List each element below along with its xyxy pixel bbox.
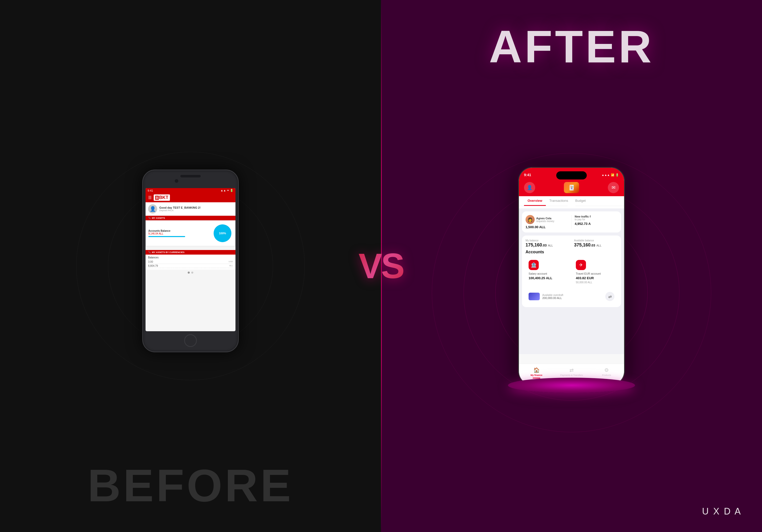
new-top-nav: 👤 🃏 ✉ <box>519 180 624 196</box>
travel-name: Travel EUR account <box>576 272 614 275</box>
credit-card-visual <box>529 293 540 300</box>
spacer <box>146 246 235 250</box>
new-phone: 9:41 ▲▲▲ 📶 🔋 👤 🃏 ✉ <box>518 167 625 385</box>
account-salary[interactable]: 🏦 Salary account 100,400.25 ALL <box>525 257 570 287</box>
salary-name: Salary account <box>529 272 567 275</box>
accounts-title: Accounts <box>525 250 618 254</box>
card-icon: 🃏 <box>569 184 575 191</box>
travel-icon: ✈ <box>576 260 586 270</box>
request-1-top: 👩 Agnes Cela requests money <box>525 215 569 224</box>
overdraft-amount: 200,000.00 ALL <box>542 297 603 299</box>
all-amount: 8,804.79 <box>148 264 158 267</box>
old-phone: 9:41 ▲▲ ✦ 🔋 ☰ B BKT 👤 Good day TEST E_BA… <box>142 169 239 352</box>
accounts-grid: 🏦 Salary account 100,400.25 ALL ✈ Travel… <box>525 257 618 287</box>
assets-card: Accounts Balance 9,146.04 ALL 100% <box>146 220 235 246</box>
nav-my-finance[interactable]: 🏠 My finance <box>519 366 554 379</box>
before-panel: 9:41 ▲▲ ✦ 🔋 ☰ B BKT 👤 Good day TEST E_BA… <box>0 0 381 532</box>
currencies-title: MY ASSETS BY CURRENCIES <box>152 251 185 254</box>
products-icon: ⚙ <box>604 367 609 373</box>
usd-amount: 3.00 <box>148 260 153 263</box>
request-1-amount: 1,500.00 ALL <box>525 225 569 229</box>
transfer-icon[interactable]: ⇄ <box>605 292 614 301</box>
page-dots <box>146 270 235 276</box>
request-1-name: Agnes Cela <box>536 217 554 220</box>
payments-icon: ⇄ <box>570 367 574 373</box>
overdraft-card[interactable]: Available overdraft 200,000.00 ALL ⇄ <box>525 289 618 303</box>
balance-all-row: 8,804.79 ALL <box>148 264 233 268</box>
new-status-time: 9:41 <box>524 173 531 177</box>
status-time: 9:41 <box>148 189 153 192</box>
svg-text:100%: 100% <box>219 232 226 235</box>
tab-budget[interactable]: Budget <box>572 196 589 206</box>
tab-indicator <box>568 205 575 207</box>
nav-products[interactable]: ⚙ Products <box>589 366 624 379</box>
my-assets-header: 📎 MY ASSETS <box>146 216 235 220</box>
request-2-sub: to pay for <box>575 218 591 221</box>
overdraft-text: Available overdraft 200,000.00 ALL <box>542 294 603 299</box>
profile-icon-button[interactable]: 👤 <box>524 182 535 193</box>
person-icon: 👤 <box>527 185 532 190</box>
battery-icon: 🔋 <box>615 173 619 177</box>
account-travel[interactable]: ✈ Travel EUR account 403.82 EUR 50,000.0… <box>573 257 618 287</box>
signal-icon: ▲▲▲ <box>601 173 610 176</box>
currencies-header: 📎 MY ASSETS BY CURRENCIES <box>146 250 235 255</box>
usd-currency: USD <box>229 260 233 263</box>
assets-icon: 📎 <box>148 217 151 219</box>
old-header: ☰ B BKT <box>146 193 235 202</box>
tab-transactions[interactable]: Transactions <box>546 196 572 206</box>
vs-text: VS <box>359 245 404 287</box>
user-sub: Deposit PACK <box>159 209 233 212</box>
balance-usd-row: 3.00 USD <box>148 260 233 264</box>
overdraft-label: Available overdraft <box>542 294 603 297</box>
uxda-logo: U X D A <box>702 506 742 517</box>
home-button[interactable] <box>184 334 197 347</box>
user-avatar: 👤 <box>148 204 157 214</box>
bank-logo: B BKT <box>154 194 170 201</box>
dot-1 <box>188 272 190 274</box>
balance-card: My balance 175,160.03 ALL Available bala… <box>522 235 621 307</box>
request-2-top: New traffic f to pay for <box>575 215 618 221</box>
balance-text: Accounts Balance 9,146.04 ALL <box>148 230 210 237</box>
all-currency: ALL <box>229 264 233 267</box>
phone-platform <box>508 378 635 393</box>
message-icon: ✉ <box>612 185 615 190</box>
tab-bar: Overview Transactions Budget <box>519 196 624 206</box>
user-name: Good day TEST E_BANKING 2! <box>159 206 233 209</box>
hamburger-icon: ☰ <box>148 195 152 200</box>
center-card[interactable]: 🃏 <box>564 182 579 193</box>
new-phone-wrapper: 9:41 ▲▲▲ 📶 🔋 👤 🃏 ✉ <box>518 167 625 385</box>
salary-amount: 100,400.25 ALL <box>529 276 567 280</box>
payments-label: Payments & Transfers <box>560 374 583 376</box>
request-2: New traffic f to pay for 4,952.73 A <box>572 215 618 229</box>
wifi-icon: 📶 <box>611 173 614 177</box>
my-balance-label: My balance <box>525 239 569 242</box>
finance-icon: 🏠 <box>533 367 540 373</box>
old-phone-screen: 9:41 ▲▲ ✦ 🔋 ☰ B BKT 👤 Good day TEST E_BA… <box>146 188 235 331</box>
phone-camera <box>175 179 178 183</box>
available-balance-label: Available balance <box>574 239 618 242</box>
tab-overview[interactable]: Overview <box>524 196 546 206</box>
old-user-bar: 👤 Good day TEST E_BANKING 2! Deposit PAC… <box>146 202 235 216</box>
balance-bar <box>148 236 185 237</box>
message-icon-button[interactable]: ✉ <box>608 182 619 193</box>
balances-title: Balances <box>148 256 233 259</box>
nav-underline <box>533 378 540 378</box>
status-icons: ▲▲ ✦ 🔋 <box>220 189 233 192</box>
available-balance-value: 375,160.03 ALL <box>574 242 618 248</box>
currencies-icon: 📎 <box>148 251 151 254</box>
request-1-sub: requests money <box>536 220 554 223</box>
my-balance-col: My balance 175,160.03 ALL <box>525 239 569 248</box>
travel-sub: 50,000.00 ALL <box>576 281 614 284</box>
my-balance-value: 175,160.03 ALL <box>525 242 569 248</box>
old-status-bar: 9:41 ▲▲ ✦ 🔋 <box>146 188 235 193</box>
salary-icon: 🏦 <box>529 260 539 270</box>
balance-row: My balance 175,160.03 ALL Available bala… <box>525 239 618 248</box>
new-phone-screen: 9:41 ▲▲▲ 📶 🔋 👤 🃏 ✉ <box>519 168 624 384</box>
scroll-content: 👩 Agnes Cela requests money 1,500.00 ALL <box>519 208 624 354</box>
products-label: Products <box>602 374 611 376</box>
travel-amount: 403.82 EUR <box>576 276 614 280</box>
pie-chart: 100% <box>212 223 233 243</box>
after-panel: AFTER 9:41 ▲▲▲ 📶 🔋 👤 <box>381 0 762 532</box>
available-balance-col: Available balance 375,160.03 ALL <box>574 239 618 248</box>
assets-title: MY ASSETS <box>152 217 165 219</box>
